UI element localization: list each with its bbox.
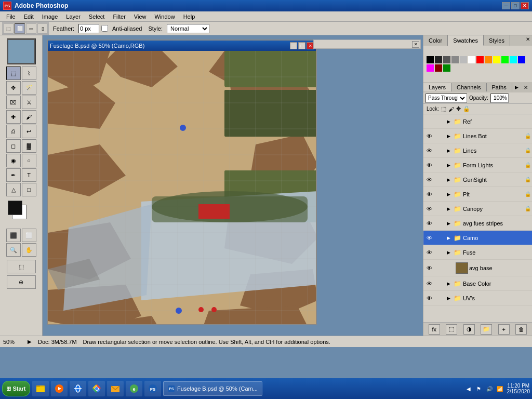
layer-lines-bot[interactable]: 👁 ▶ 📁 Lines Bot 🔒 [423,129,532,143]
swatch-black[interactable] [427,56,434,63]
close-button[interactable]: ✕ [521,2,529,9]
swatch-cyan[interactable] [510,56,517,63]
tab-paths[interactable]: Paths [487,83,512,91]
layer-eye-form-lights[interactable]: 👁 [424,161,434,170]
layer-eye-camo[interactable]: 👁 [424,233,434,243]
layer-eye-gunsight[interactable]: 👁 [424,175,434,184]
swatch-midgray[interactable] [451,56,459,63]
layer-avg-base[interactable]: 👁 avg base [423,260,532,276]
swatch-white[interactable] [468,56,475,63]
menu-filter[interactable]: Filter [109,12,129,21]
swatch-red[interactable] [476,56,484,63]
layer-arrow-pit[interactable]: ▶ [445,190,451,199]
swatch-darkred[interactable] [435,64,442,72]
lock-all-btn[interactable]: 🔒 [463,105,470,112]
tab-color[interactable]: Color [423,35,448,46]
maximize-button[interactable]: □ [511,2,520,9]
rect-select-tool[interactable]: ⬚ [3,23,14,34]
layer-arrow-uvs[interactable]: ▶ [445,294,451,303]
lock-paint-btn[interactable]: 🖌 [448,106,454,112]
lasso-tool-btn[interactable]: ⌇ [22,66,36,80]
layer-avg-fues-stripes[interactable]: 👁 ▶ 📁 avg fues stripes [423,216,532,231]
layer-arrow-gunsight[interactable]: ▶ [445,175,451,184]
doc-maximize-btn[interactable]: □ [298,42,305,49]
menu-image[interactable]: Image [38,12,62,21]
swatch-gray[interactable] [443,56,450,63]
layer-arrow-camo[interactable]: ▶ [445,233,451,243]
layer-gunsight[interactable]: 👁 ▶ 📁 GunSight 🔒 [423,172,532,187]
menu-select[interactable]: Select [85,12,109,21]
color-panel-close[interactable]: ✕ [524,35,532,46]
menu-file[interactable]: File [2,12,20,21]
anchor-tool-btn[interactable]: △ [6,183,21,196]
blur-tool-btn[interactable]: ◉ [6,154,21,167]
swatch-blue[interactable] [518,56,525,63]
doc-minimize-btn[interactable]: ─ [290,42,297,49]
taskbar-ps-app[interactable]: PS [144,381,161,396]
shape-tool-btn[interactable]: □ [22,183,36,196]
system-clock[interactable]: 11:20 PM 2/15/2020 [507,383,530,394]
quick-mask-btn[interactable]: ⬛ [6,229,21,242]
layer-arrow-form-lights[interactable]: ▶ [445,161,451,170]
feather-input[interactable] [78,24,99,33]
gradient-tool-btn[interactable]: ▓ [22,139,36,153]
layer-form-lights[interactable]: 👁 ▶ 📁 Form Lights 🔒 [423,158,532,172]
extra-btn-1[interactable]: ⬚ [7,260,36,273]
menu-window[interactable]: Window [151,12,179,21]
layer-canopy[interactable]: 👁 ▶ 📁 Canopy 🔒 [423,202,532,216]
tab-layers[interactable]: Layers [423,83,451,91]
layer-arrow-ref[interactable]: ▶ [445,117,451,126]
taskbar-file-manager[interactable] [32,381,49,396]
layer-uvs[interactable]: 👁 ▶ 📁 UV's [423,291,532,305]
swatch-yellow[interactable] [493,56,500,63]
layer-adjustment-btn[interactable]: ◑ [463,324,475,335]
layer-eye-base-color[interactable]: 👁 [424,279,434,288]
single-row-tool[interactable]: ▭ [26,23,36,34]
swatch-orange[interactable] [485,56,492,63]
nav-btn[interactable]: ⊕ [7,275,36,289]
marquee-tool[interactable]: ⬜ [15,23,25,34]
tray-flag[interactable]: ⚑ [475,384,483,393]
layer-arrow-lines-bot[interactable]: ▶ [445,131,451,141]
swatch-darkgray[interactable] [435,56,442,63]
hand-tool-btn[interactable]: ✋ [22,243,36,257]
tray-arrow[interactable]: ◀ [464,384,473,393]
tab-channels[interactable]: Channels [451,83,486,91]
layer-arrow-base-color[interactable]: ▶ [445,279,451,288]
menu-edit[interactable]: Edit [20,12,38,21]
layers-panel-menu[interactable]: ▶ [514,85,520,90]
swatch-green[interactable] [501,56,509,63]
layer-pit[interactable]: 👁 ▶ 📁 Pit 🔒 [423,187,532,202]
menu-help[interactable]: Help [179,12,200,21]
menu-view[interactable]: View [130,12,151,21]
layer-mask-btn[interactable]: ⬚ [446,324,457,335]
status-arrow[interactable]: ▶ [28,339,32,344]
taskbar-chrome[interactable] [88,381,105,396]
brush-tool-btn[interactable]: 🖌 [22,110,36,124]
eraser-tool-btn[interactable]: ◻ [6,139,21,153]
fg-color-swatch[interactable] [8,201,22,215]
layer-arrow-fuse[interactable]: ▶ [445,248,451,257]
tray-network[interactable]: 📶 [496,384,504,393]
layer-camo[interactable]: 👁 ▶ 📁 Camo [423,231,532,245]
layer-lines[interactable]: 👁 ▶ 📁 Lines 🔒 [423,143,532,158]
taskbar-ie[interactable] [70,381,86,396]
menu-layer[interactable]: Layer [62,12,85,21]
layer-arrow-canopy[interactable]: ▶ [445,204,451,214]
type-tool-btn[interactable]: T [22,168,36,182]
dodge-tool-btn[interactable]: ○ [22,154,36,167]
taskbar-mail[interactable] [107,381,124,396]
minimize-button[interactable]: ─ [502,2,510,9]
magic-wand-btn[interactable]: 🪄 [22,81,36,95]
start-button[interactable]: ⊞ Start [2,381,30,396]
layer-eye-lines-bot[interactable]: 👁 [424,131,434,141]
layer-fuse[interactable]: 👁 ▶ 📁 Fuse [423,245,532,260]
layer-eye-canopy[interactable]: 👁 [424,204,434,214]
marquee-tool-btn[interactable]: ⬚ [6,66,21,80]
layer-eye-lines[interactable]: 👁 [424,146,434,155]
history-btn[interactable]: ↩ [22,125,36,138]
layer-eye-uvs[interactable]: 👁 [424,294,434,303]
lock-transparent-btn[interactable]: ⬚ [441,105,446,112]
tab-swatches[interactable]: Swatches [448,35,484,46]
layer-style-btn[interactable]: fx [429,324,440,335]
